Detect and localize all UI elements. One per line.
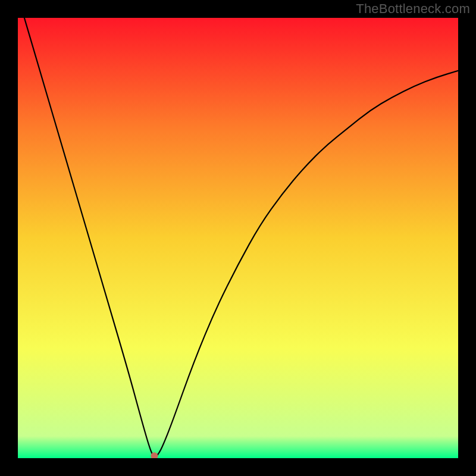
chart-plot-area — [18, 18, 458, 458]
chart-svg — [18, 18, 458, 458]
watermark-text: TheBottleneck.com — [356, 1, 470, 17]
outer-frame: TheBottleneck.com — [0, 0, 476, 476]
chart-background — [18, 18, 458, 458]
